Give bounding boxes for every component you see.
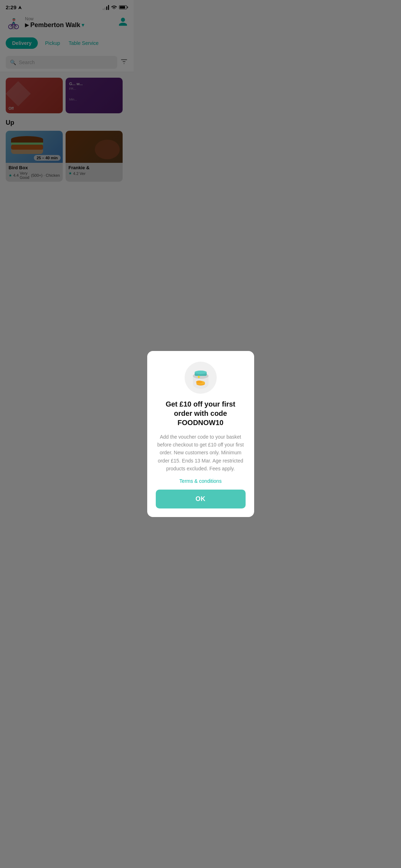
modal-overlay[interactable]: ✦ Get £10 off your first order with code… — [0, 0, 134, 289]
